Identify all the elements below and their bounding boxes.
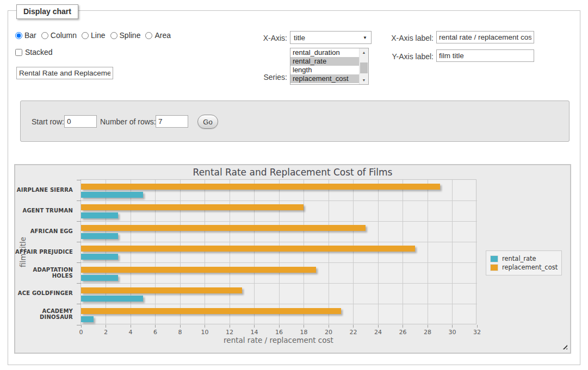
- fieldset-legend: Display chart: [16, 4, 78, 19]
- scrollbar-thumb[interactable]: [360, 62, 368, 73]
- grid-line-vertical: [378, 180, 379, 325]
- x-axis-label-field-label: X-Axis label:: [381, 34, 434, 42]
- chart-type-option-spline[interactable]: Spline: [110, 31, 141, 40]
- x-axis-tick: [155, 325, 156, 328]
- x-tick-label: 28: [417, 329, 438, 336]
- radio-label: Line: [91, 31, 105, 40]
- y-axis-tick: [77, 200, 81, 201]
- bar-rental_rate-academy-dinosaur: [81, 316, 94, 322]
- grid-line-horizontal: [81, 304, 477, 304]
- listbox-scrollbar[interactable]: ▲ ▼: [359, 48, 368, 84]
- radio-bar[interactable]: [15, 32, 22, 39]
- series-option-replacement_cost[interactable]: replacement_cost: [290, 74, 359, 83]
- y-category-label: ACE GOLDFINGER: [15, 283, 77, 304]
- bar-replacement_cost-african-egg: [81, 225, 366, 231]
- grid-line-vertical: [403, 180, 403, 325]
- grid-line-vertical: [131, 180, 131, 325]
- row-controls-box: Start row: Number of rows: Go: [20, 101, 570, 142]
- bar-replacement_cost-agent-truman: [81, 204, 304, 210]
- chart-type-option-area[interactable]: Area: [145, 31, 171, 40]
- stacked-checkbox[interactable]: [15, 49, 22, 56]
- radio-label: Spline: [120, 31, 141, 40]
- grid-line-vertical: [155, 180, 156, 325]
- x-tick-label: 2: [95, 329, 117, 336]
- series-listbox[interactable]: rental_durationrental_ratelengthreplacem…: [290, 48, 369, 85]
- chart-type-option-line[interactable]: Line: [82, 31, 105, 40]
- legend-swatch: [490, 255, 498, 262]
- bar-rental_rate-african-egg: [81, 233, 118, 239]
- scrollbar-track[interactable]: [360, 57, 368, 76]
- x-axis-tick: [329, 325, 329, 328]
- x-axis-select[interactable]: title ▼: [290, 31, 372, 44]
- x-tick-label: 10: [194, 329, 216, 336]
- x-axis-tick: [205, 325, 205, 328]
- go-button[interactable]: Go: [197, 115, 218, 129]
- radio-label: Bar: [24, 31, 36, 40]
- grid-line-vertical: [279, 180, 280, 325]
- chart-type-radio-group: BarColumnLineSplineArea: [15, 31, 171, 40]
- chart-plot-area: 02468101214161820222426283032: [81, 179, 476, 324]
- x-axis-tick: [403, 325, 403, 328]
- chevron-down-icon: ▼: [363, 35, 367, 40]
- grid-line-vertical: [329, 180, 329, 325]
- bar-replacement_cost-affair-prejudice: [81, 246, 415, 252]
- x-axis-select-label: X-Axis:: [234, 34, 287, 42]
- start-row-input[interactable]: [64, 115, 97, 128]
- radio-line[interactable]: [82, 32, 89, 39]
- grid-line-vertical: [452, 180, 453, 325]
- x-axis-tick: [304, 325, 304, 328]
- chart-container: Rental Rate and Replacement Cost of Film…: [14, 164, 571, 354]
- x-axis-select-value: title: [294, 34, 305, 42]
- y-axis-label-field-label: Y-Axis label:: [381, 52, 434, 61]
- number-of-rows-input[interactable]: [156, 115, 188, 128]
- bar-replacement_cost-academy-dinosaur: [81, 308, 341, 314]
- y-axis-label-input[interactable]: [436, 49, 534, 62]
- radio-label: Column: [51, 31, 77, 40]
- grid-line-horizontal: [81, 283, 477, 284]
- series-option-rental_duration[interactable]: rental_duration: [290, 48, 359, 57]
- chart-type-option-column[interactable]: Column: [41, 31, 77, 40]
- x-tick-label: 6: [145, 329, 166, 336]
- x-axis-tick: [279, 325, 280, 328]
- legend-item-rental_rate: rental_rate: [490, 255, 558, 262]
- radio-spline[interactable]: [110, 32, 117, 39]
- bar-rental_rate-adaptation-holes: [81, 275, 118, 281]
- scroll-down-icon[interactable]: ▼: [360, 76, 368, 84]
- y-category-label: AFRICAN EGG: [15, 221, 77, 241]
- grid-line-vertical: [230, 180, 230, 325]
- grid-line-vertical: [428, 180, 428, 325]
- stacked-option[interactable]: Stacked: [15, 48, 53, 57]
- x-tick-label: 26: [392, 329, 414, 336]
- grid-line-vertical: [205, 180, 205, 325]
- x-axis-tick: [180, 325, 181, 328]
- x-tick-label: 16: [268, 329, 290, 336]
- x-tick-label: 12: [219, 329, 240, 336]
- chart-type-option-bar[interactable]: Bar: [15, 31, 36, 40]
- grid-line-vertical: [106, 180, 106, 325]
- resize-handle-icon[interactable]: [561, 343, 567, 349]
- y-category-label: ACADEMY DINOSAUR: [15, 304, 77, 324]
- x-axis-tick: [428, 325, 428, 328]
- x-axis-tick: [131, 325, 131, 328]
- series-option-rental_rate[interactable]: rental_rate: [290, 57, 359, 66]
- x-tick-label: 0: [70, 329, 92, 336]
- x-axis-tick: [477, 325, 478, 328]
- y-axis-tick: [77, 221, 81, 222]
- legend-item-replacement_cost: replacement_cost: [490, 264, 558, 271]
- scroll-up-icon[interactable]: ▲: [360, 48, 368, 57]
- grid-line-horizontal: [81, 242, 477, 242]
- grid-line-vertical: [304, 180, 304, 325]
- radio-area[interactable]: [145, 32, 152, 39]
- legend-label: rental_rate: [502, 255, 536, 262]
- bar-replacement_cost-ace-goldfinger: [81, 287, 242, 293]
- grid-line-horizontal: [81, 262, 477, 263]
- series-options: rental_durationrental_ratelengthreplacem…: [290, 48, 359, 84]
- x-axis-label-input[interactable]: [436, 31, 534, 43]
- grid-line-vertical: [180, 180, 181, 325]
- series-option-length[interactable]: length: [290, 66, 359, 74]
- y-axis-tick: [77, 304, 81, 304]
- x-tick-label: 14: [244, 329, 265, 336]
- chart-title-input[interactable]: [16, 67, 113, 79]
- radio-column[interactable]: [41, 32, 48, 39]
- grid-line-vertical: [353, 180, 354, 325]
